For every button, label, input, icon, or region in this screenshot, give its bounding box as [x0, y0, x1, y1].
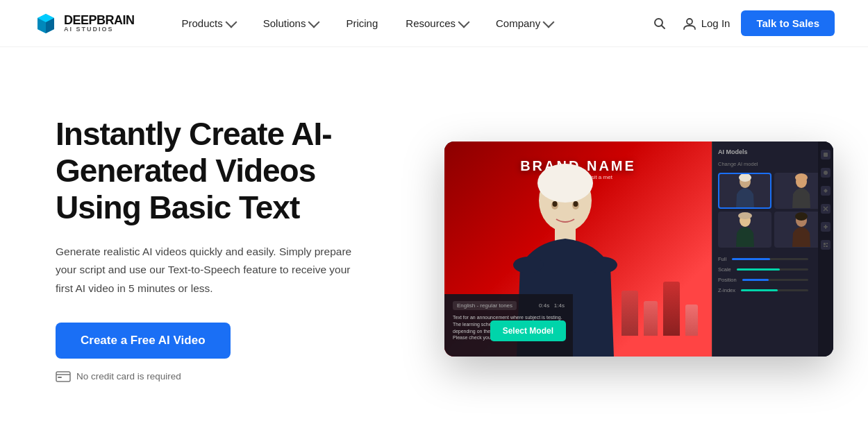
panel-subtitle: Change AI model — [718, 161, 828, 167]
nav-links: Products Solutions Pricing Resources Com… — [168, 12, 649, 35]
screenshot-main: BRAND NAME Lorem ipsum dolor sit a met — [444, 142, 712, 357]
app-screenshot: BRAND NAME Lorem ipsum dolor sit a met — [444, 142, 833, 357]
logo[interactable]: DEEPBRAIN AI STUDIOS — [33, 11, 135, 36]
nav-item-solutions[interactable]: Solutions — [249, 12, 333, 35]
search-button[interactable] — [649, 12, 671, 35]
user-icon — [682, 16, 697, 31]
svg-point-24 — [738, 212, 752, 219]
panel-icon-5[interactable] — [821, 222, 831, 232]
svg-rect-32 — [825, 225, 826, 229]
panel-controls: Full 0 Scale 1 Position 34 — [718, 256, 828, 293]
svg-point-18 — [573, 201, 578, 207]
svg-rect-27 — [824, 153, 828, 157]
hero-right: BRAND NAME Lorem ipsum dolor sit a met — [444, 142, 833, 357]
hero-heading: Instantly Create AI-Generated Videos Usi… — [56, 116, 389, 226]
svg-point-17 — [552, 201, 557, 207]
panel-icon-1[interactable] — [821, 150, 831, 160]
panel-icon-strip — [818, 142, 833, 357]
svg-point-13 — [513, 257, 544, 273]
hero-subtext: Generate realistic AI videos quickly and… — [56, 243, 361, 298]
svg-point-6 — [687, 19, 692, 24]
control-full: Full 0 — [718, 256, 828, 262]
logo-subtitle: AI STUDIOS — [64, 26, 135, 33]
svg-rect-36 — [826, 246, 828, 247]
svg-point-14 — [587, 257, 617, 273]
model-thumb-1[interactable] — [718, 173, 771, 209]
chevron-down-icon — [543, 17, 555, 28]
panel-icon-2[interactable] — [821, 168, 831, 178]
nav-item-resources[interactable]: Resources — [392, 12, 482, 35]
talk-to-sales-button[interactable]: Talk to Sales — [741, 10, 835, 36]
login-button[interactable]: Log In — [682, 16, 731, 31]
svg-point-11 — [537, 164, 593, 203]
panel-icon-6[interactable] — [821, 240, 831, 250]
logo-text: DEEPBRAIN AI STUDIOS — [64, 14, 135, 33]
nav-right: Log In Talk to Sales — [649, 10, 835, 36]
panel-icon-3[interactable] — [821, 186, 831, 196]
svg-line-5 — [661, 25, 665, 28]
credit-card-icon — [56, 371, 71, 382]
panel-icon-4[interactable] — [821, 204, 831, 214]
chevron-down-icon — [458, 17, 470, 28]
model-grid — [718, 173, 828, 248]
products-area — [621, 282, 698, 336]
nav-item-company[interactable]: Company — [482, 12, 567, 35]
search-icon — [653, 17, 666, 30]
control-position: Position 34 — [718, 277, 828, 283]
control-scale: Scale 1 — [718, 266, 828, 273]
chevron-down-icon — [308, 17, 320, 28]
deepbrain-logo-icon — [33, 11, 58, 36]
svg-point-28 — [824, 171, 828, 175]
select-model-button[interactable]: Select Model — [490, 320, 566, 341]
no-credit-card-notice: No credit card is required — [56, 371, 389, 382]
hero-section: Instantly Create AI-Generated Videos Usi… — [0, 47, 868, 437]
nav-item-products[interactable]: Products — [168, 12, 249, 35]
model-thumb-3[interactable] — [718, 212, 771, 248]
language-label: English - regular tones — [453, 301, 517, 310]
hero-left: Instantly Create AI-Generated Videos Usi… — [56, 116, 389, 382]
cta-button[interactable]: Create a Free AI Video — [56, 323, 231, 359]
nav-item-pricing[interactable]: Pricing — [332, 12, 392, 35]
svg-point-22 — [795, 173, 808, 182]
svg-rect-35 — [824, 246, 825, 247]
time-display: 0:4s 1:4s — [539, 302, 565, 309]
svg-rect-33 — [824, 243, 826, 245]
svg-rect-34 — [826, 243, 828, 244]
svg-point-26 — [795, 212, 808, 221]
chevron-down-icon — [225, 17, 237, 28]
svg-point-20 — [739, 173, 751, 182]
svg-rect-9 — [58, 377, 62, 378]
logo-brand: DEEPBRAIN — [64, 14, 135, 26]
control-zindex: Z-index 0 — [718, 287, 828, 293]
panel-title: AI Models — [718, 148, 828, 155]
navbar: DEEPBRAIN AI STUDIOS Products Solutions … — [0, 0, 868, 47]
ai-models-panel: AI Models Change AI model — [712, 142, 833, 357]
